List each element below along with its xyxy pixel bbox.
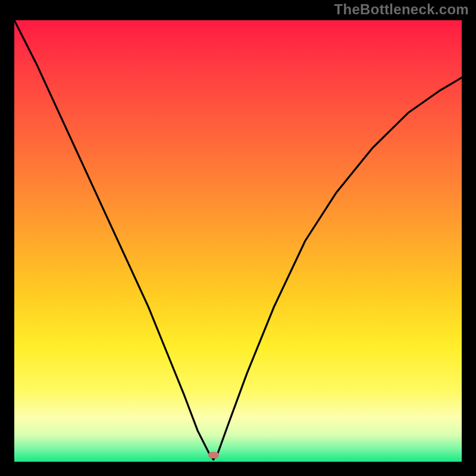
watermark-text: TheBottleneck.com	[334, 1, 469, 18]
plot-area	[14, 20, 462, 462]
chart-container: TheBottleneck.com	[0, 0, 476, 476]
optimal-point-marker	[208, 452, 219, 458]
bottleneck-curve	[14, 20, 462, 462]
